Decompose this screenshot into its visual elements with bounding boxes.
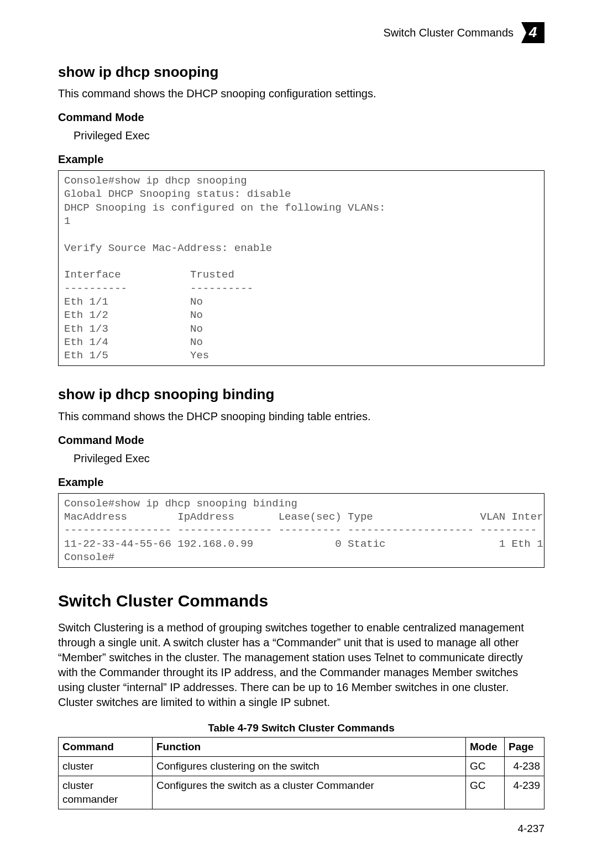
section-desc: Switch Clustering is a method of groupin… (58, 620, 544, 710)
th-mode: Mode (466, 738, 505, 757)
cell-page: 4-238 (505, 756, 544, 776)
command-mode-value-1: Privileged Exec (74, 128, 544, 143)
cell-command: cluster commander (59, 776, 153, 809)
th-function: Function (153, 738, 466, 757)
cell-function: Configures the switch as a cluster Comma… (153, 776, 466, 809)
console-output-2: Console#show ip dhcp snooping binding Ma… (58, 493, 544, 568)
command-desc-1: This command shows the DHCP snooping con… (58, 86, 544, 101)
example-label-2: Example (58, 475, 544, 490)
table-row: cluster Configures clustering on the swi… (59, 756, 544, 776)
table-row: cluster commander Configures the switch … (59, 776, 544, 809)
table-caption: Table 4-79 Switch Cluster Commands (58, 721, 544, 735)
command-mode-value-2: Privileged Exec (74, 451, 544, 466)
chapter-number: 4 (529, 23, 537, 42)
cell-function: Configures clustering on the switch (153, 756, 466, 776)
table-header-row: Command Function Mode Page (59, 738, 544, 757)
cell-page: 4-239 (505, 776, 544, 809)
cell-mode: GC (466, 756, 505, 776)
example-label-1: Example (58, 152, 544, 167)
cluster-commands-table: Command Function Mode Page cluster Confi… (58, 737, 544, 809)
cell-mode: GC (466, 776, 505, 809)
command-title-2: show ip dhcp snooping binding (58, 385, 544, 404)
th-page: Page (505, 738, 544, 757)
console-output-1: Console#show ip dhcp snooping Global DHC… (58, 170, 544, 366)
chapter-badge: 4 (521, 22, 544, 43)
page-number: 4-237 (58, 822, 544, 836)
command-mode-label-2: Command Mode (58, 433, 544, 448)
cell-command: cluster (59, 756, 153, 776)
th-command: Command (59, 738, 153, 757)
command-desc-2: This command shows the DHCP snooping bin… (58, 409, 544, 424)
section-title: Switch Cluster Commands (58, 590, 544, 613)
header-text: Switch Cluster Commands (383, 25, 514, 40)
command-title-1: show ip dhcp snooping (58, 62, 544, 82)
command-mode-label-1: Command Mode (58, 110, 544, 125)
page-header: Switch Cluster Commands 4 (58, 22, 544, 43)
